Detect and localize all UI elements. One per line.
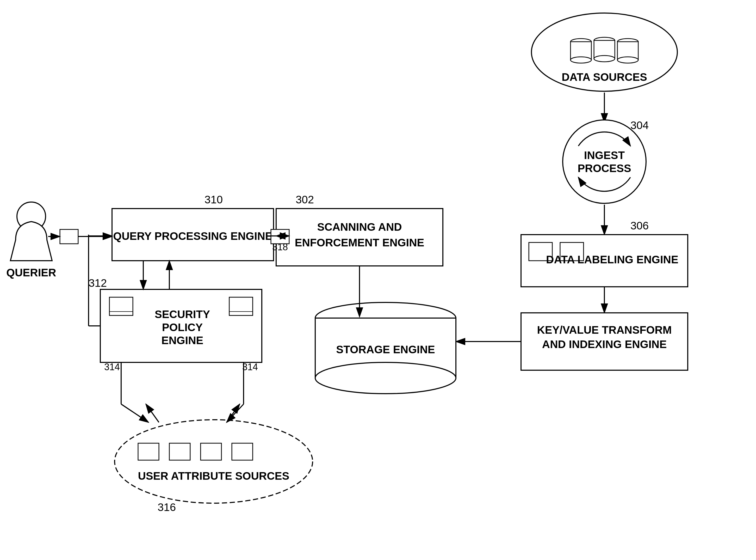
ref-314b: 314 [242,362,258,372]
ref-318: 318 [272,242,288,252]
svg-point-10 [617,57,638,63]
svg-text:ENFORCEMENT ENGINE: ENFORCEMENT ENGINE [295,237,424,249]
ref-304: 304 [630,119,649,132]
querier-label: QUERIER [6,266,56,279]
svg-rect-38 [109,297,133,316]
diagram-container: DATA SOURCES 304 INGEST PROCESS 306 DATA… [0,0,756,560]
svg-text:POLICY: POLICY [162,321,203,334]
ref-306: 306 [630,220,649,232]
scanning-label: SCANNING AND [317,221,402,233]
kv-transform-label: KEY/VALUE TRANSFORM [537,324,672,336]
ingest-process-label: INGEST [584,149,625,161]
svg-point-4 [570,57,591,63]
ref-302: 302 [296,194,314,206]
svg-point-24 [315,362,456,394]
ref-310: 310 [205,194,223,206]
ref-312: 312 [89,277,107,289]
svg-rect-53 [232,443,253,460]
ref-314a: 314 [104,362,120,372]
storage-engine-label: STORAGE ENGINE [336,343,435,356]
svg-rect-34 [60,229,78,244]
ref-316: 316 [158,501,176,513]
security-policy-label: SECURITY [155,308,210,320]
svg-point-49 [114,420,313,503]
svg-text:PROCESS: PROCESS [578,162,631,175]
svg-text:AND INDEXING ENGINE: AND INDEXING ENGINE [542,338,667,351]
svg-rect-50 [138,443,159,460]
data-labeling-label: DATA LABELING ENGINE [546,254,678,266]
svg-rect-51 [169,443,190,460]
svg-point-7 [594,56,615,62]
svg-text:ENGINE: ENGINE [161,334,203,346]
user-attribute-sources-label: USER ATTRIBUTE SOURCES [138,470,289,482]
svg-rect-40 [229,297,253,316]
svg-rect-52 [201,443,222,460]
data-sources-label: DATA SOURCES [562,71,647,83]
query-processing-label: QUERY PROCESSING ENGINE [113,230,272,242]
